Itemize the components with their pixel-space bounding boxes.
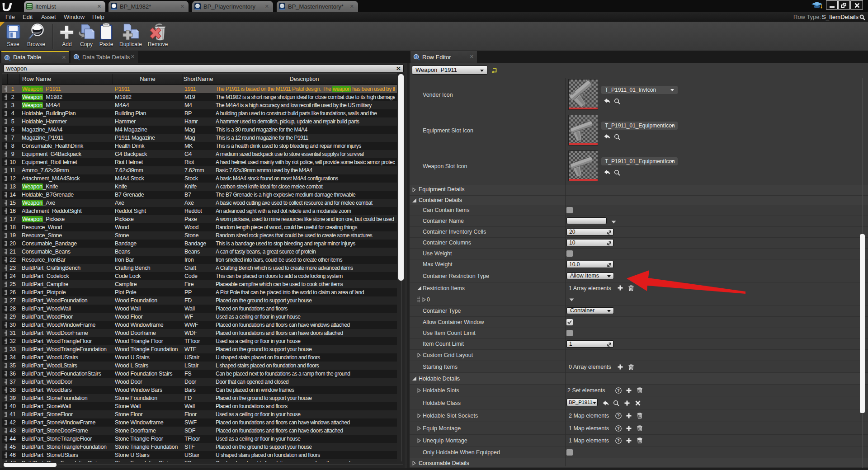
svg-text:?: ? bbox=[617, 388, 620, 393]
svg-text:?: ? bbox=[617, 426, 620, 431]
svg-text:?: ? bbox=[617, 413, 620, 418]
svg-text:?: ? bbox=[617, 438, 620, 443]
